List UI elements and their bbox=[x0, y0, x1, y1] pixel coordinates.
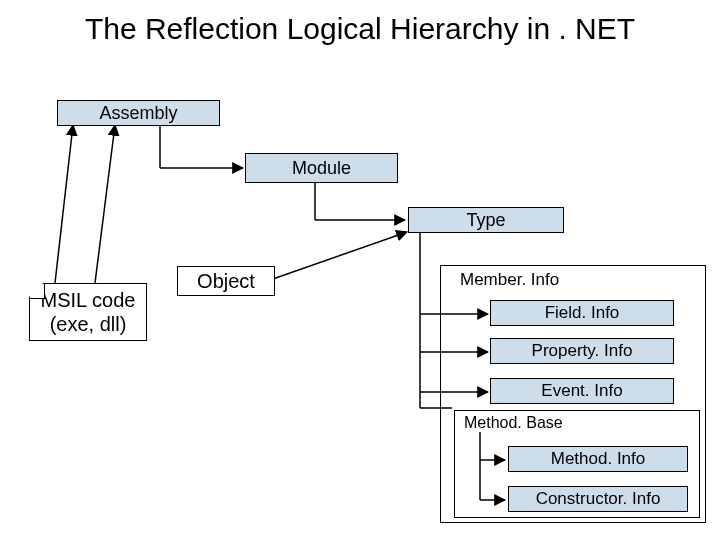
label-constructorinfo: Constructor. Info bbox=[536, 489, 661, 509]
svg-line-4 bbox=[55, 125, 73, 283]
note-msil: MSIL code (exe, dll) bbox=[29, 283, 147, 341]
box-eventinfo: Event. Info bbox=[490, 378, 674, 404]
box-type: Type bbox=[408, 207, 564, 233]
label-object: Object bbox=[197, 270, 255, 293]
label-methodbase: Method. Base bbox=[464, 414, 563, 432]
box-methodinfo: Method. Info bbox=[508, 446, 688, 472]
slide-title: The Reflection Logical Hierarchy in . NE… bbox=[0, 10, 720, 48]
box-module: Module bbox=[245, 153, 398, 183]
label-type: Type bbox=[466, 210, 505, 231]
box-object: Object bbox=[177, 266, 275, 296]
label-eventinfo: Event. Info bbox=[541, 381, 622, 401]
label-module: Module bbox=[292, 158, 351, 179]
svg-line-6 bbox=[270, 232, 407, 280]
label-propertyinfo: Property. Info bbox=[532, 341, 633, 361]
label-msil: MSIL code (exe, dll) bbox=[41, 288, 136, 336]
label-methodinfo: Method. Info bbox=[551, 449, 646, 469]
svg-line-5 bbox=[95, 125, 115, 283]
label-memberinfo: Member. Info bbox=[460, 270, 559, 290]
box-constructorinfo: Constructor. Info bbox=[508, 486, 688, 512]
box-propertyinfo: Property. Info bbox=[490, 338, 674, 364]
label-fieldinfo: Field. Info bbox=[545, 303, 620, 323]
box-assembly: Assembly bbox=[57, 100, 220, 126]
label-assembly: Assembly bbox=[99, 103, 177, 124]
box-fieldinfo: Field. Info bbox=[490, 300, 674, 326]
